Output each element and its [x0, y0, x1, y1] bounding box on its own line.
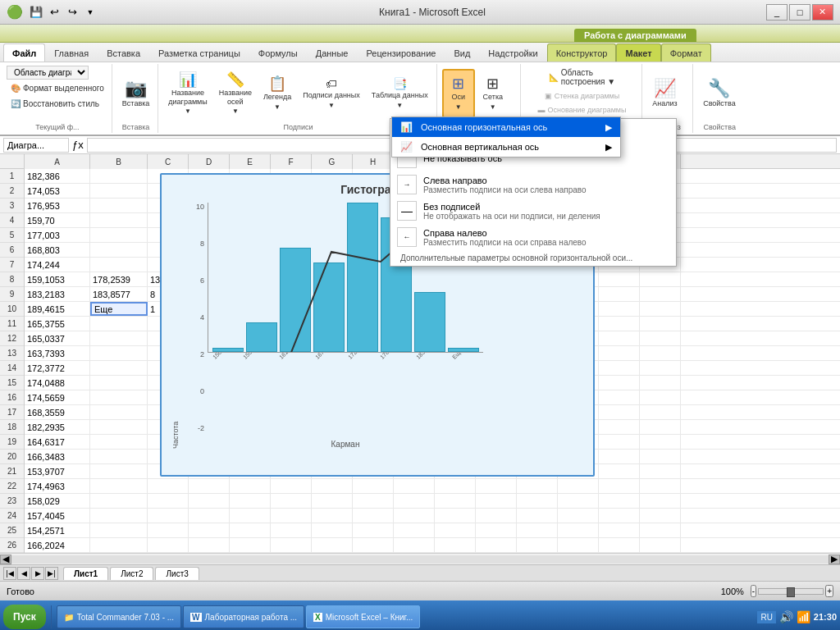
- scroll-right-btn[interactable]: ▶: [829, 555, 840, 564]
- tab-formulas[interactable]: Формулы: [249, 43, 307, 62]
- cell-o-14[interactable]: [640, 361, 681, 375]
- axis-title-button[interactable]: 📏 Названиеосей ▼: [214, 69, 257, 118]
- cell-n-24[interactable]: [599, 509, 640, 523]
- cell-j-26[interactable]: [435, 538, 476, 552]
- cell-b-22[interactable]: [90, 479, 148, 493]
- cell-o-23[interactable]: [640, 494, 681, 508]
- cell-k-22[interactable]: [476, 479, 517, 493]
- cell-a-18[interactable]: 182,2935: [25, 420, 90, 434]
- sheet-tab-3[interactable]: Лист3: [155, 567, 199, 580]
- cell-k-23[interactable]: [476, 494, 517, 508]
- plot-area-button[interactable]: 📐 Областьпостроения ▼: [545, 66, 619, 89]
- cell-h-24[interactable]: [353, 509, 394, 523]
- menu-item-ltr[interactable]: → Слева направо Разместить подписи на ос…: [390, 171, 676, 198]
- cell-h-26[interactable]: [353, 538, 394, 552]
- cell-a-15[interactable]: 174,0488: [25, 376, 90, 390]
- menu-item-nolabels[interactable]: — Без подписей Не отображать на оси ни п…: [390, 198, 676, 224]
- cell-a-14[interactable]: 172,3772: [25, 361, 90, 375]
- cell-a-23[interactable]: 158,029: [25, 494, 90, 508]
- cell-o-9[interactable]: [640, 287, 681, 301]
- cell-b-3[interactable]: [90, 199, 148, 212]
- cell-g-26[interactable]: [312, 538, 353, 552]
- cell-c-23[interactable]: [148, 494, 189, 508]
- menu-item-rtl[interactable]: ← Справа налево Разместить подписи на ос…: [390, 224, 676, 250]
- cell-o-17[interactable]: [640, 405, 681, 419]
- chart-wall-button[interactable]: ▣ Стенка диаграммы: [541, 89, 624, 103]
- cell-o-18[interactable]: [640, 420, 681, 434]
- cell-n-8[interactable]: [599, 272, 640, 286]
- dropdown-icon[interactable]: ▼: [82, 4, 98, 21]
- cell-i-25[interactable]: [394, 523, 435, 537]
- cell-l-23[interactable]: [517, 494, 558, 508]
- tab-view[interactable]: Вид: [445, 43, 479, 62]
- format-selected-button[interactable]: 🎨 Формат выделенного: [7, 81, 108, 95]
- cell-b-13[interactable]: [90, 346, 148, 360]
- cell-a-21[interactable]: 153,9707: [25, 464, 90, 478]
- maximize-button[interactable]: □: [789, 4, 810, 21]
- cell-m-26[interactable]: [558, 538, 599, 552]
- analysis-button[interactable]: 📈 Анализ: [647, 69, 682, 118]
- cell-k-26[interactable]: [476, 538, 517, 552]
- cell-b-14[interactable]: [90, 361, 148, 375]
- cell-f-23[interactable]: [271, 494, 312, 508]
- col-header-d[interactable]: D: [189, 154, 230, 169]
- cell-g-23[interactable]: [312, 494, 353, 508]
- cell-n-17[interactable]: [599, 405, 640, 419]
- cell-a-20[interactable]: 166,3483: [25, 450, 90, 463]
- cell-f-22[interactable]: [271, 479, 312, 493]
- cell-d-26[interactable]: [189, 538, 230, 552]
- cell-n-15[interactable]: [599, 376, 640, 390]
- tab-home[interactable]: Главная: [45, 43, 98, 62]
- cell-b-19[interactable]: [90, 435, 148, 449]
- col-header-c[interactable]: C: [148, 154, 189, 169]
- cell-a-10[interactable]: 189,4615: [25, 302, 90, 316]
- cell-l-22[interactable]: [517, 479, 558, 493]
- close-button[interactable]: ✕: [812, 4, 833, 21]
- cell-b-11[interactable]: [90, 317, 148, 331]
- cell-b-5[interactable]: [90, 228, 148, 242]
- cell-n-16[interactable]: [599, 390, 640, 404]
- submenu-item-vaxis[interactable]: 📈 Основная вертикальная ось ▶: [392, 137, 620, 157]
- cell-c-26[interactable]: [148, 538, 189, 552]
- cell-j-24[interactable]: [435, 509, 476, 523]
- cell-k-25[interactable]: [476, 523, 517, 537]
- cell-o-21[interactable]: [640, 464, 681, 478]
- cell-a-9[interactable]: 183,2183: [25, 287, 90, 301]
- cell-n-11[interactable]: [599, 317, 640, 331]
- tab-addins[interactable]: Надстройки: [479, 43, 546, 62]
- legend-button[interactable]: 📋 Легенда ▼: [258, 69, 296, 118]
- sheet-tab-2[interactable]: Лист2: [110, 567, 153, 580]
- cell-b-16[interactable]: [90, 390, 148, 404]
- cell-o-22[interactable]: [640, 479, 681, 493]
- cell-f-26[interactable]: [271, 538, 312, 552]
- col-header-f[interactable]: F: [271, 154, 312, 169]
- cell-d-22[interactable]: [189, 479, 230, 493]
- cell-g-22[interactable]: [312, 479, 353, 493]
- cell-a-6[interactable]: 168,803: [25, 243, 90, 257]
- cell-h-23[interactable]: [353, 494, 394, 508]
- cell-f-24[interactable]: [271, 509, 312, 523]
- cell-n-10[interactable]: [599, 302, 640, 316]
- cell-n-18[interactable]: [599, 420, 640, 434]
- cell-b-12[interactable]: [90, 331, 148, 345]
- cell-o-26[interactable]: [640, 538, 681, 552]
- cell-o-19[interactable]: [640, 435, 681, 449]
- cell-m-24[interactable]: [558, 509, 599, 523]
- chart-base-button[interactable]: ▬ Основание диаграммы: [533, 103, 630, 116]
- cell-n-26[interactable]: [599, 538, 640, 552]
- tab-layout[interactable]: Макет: [616, 43, 660, 62]
- cell-b-9[interactable]: 183,8577: [90, 287, 148, 301]
- cell-l-24[interactable]: [517, 509, 558, 523]
- submenu-item-haxis[interactable]: 📊 Основная горизонтальная ось ▶: [392, 117, 620, 137]
- minimize-button[interactable]: _: [766, 4, 788, 21]
- axes-button[interactable]: ⊞ Оси ▼: [442, 69, 475, 118]
- cell-a-17[interactable]: 168,3559: [25, 405, 90, 419]
- cell-a-7[interactable]: 174,244: [25, 258, 90, 272]
- cell-n-22[interactable]: [599, 479, 640, 493]
- cell-g-24[interactable]: [312, 509, 353, 523]
- cell-d-24[interactable]: [189, 509, 230, 523]
- cell-l-25[interactable]: [517, 523, 558, 537]
- tab-design[interactable]: Конструктор: [547, 43, 617, 62]
- cell-n-23[interactable]: [599, 494, 640, 508]
- cell-b-6[interactable]: [90, 243, 148, 257]
